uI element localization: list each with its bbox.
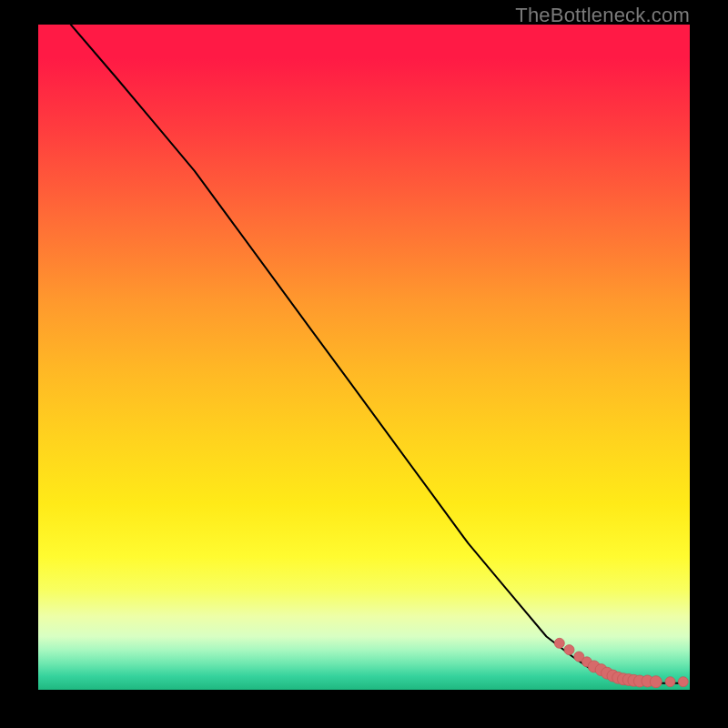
plot-area bbox=[38, 25, 690, 690]
bottom-cluster-markers bbox=[554, 638, 688, 687]
chart-frame: TheBottleneck.com bbox=[0, 0, 728, 728]
watermark-text: TheBottleneck.com bbox=[515, 4, 690, 27]
bottleneck-curve bbox=[71, 25, 683, 683]
chart-svg bbox=[38, 25, 690, 690]
marker-dot bbox=[665, 677, 675, 687]
marker-dot bbox=[678, 677, 688, 687]
marker-dot bbox=[650, 676, 662, 688]
marker-dot bbox=[564, 645, 574, 655]
marker-dot bbox=[554, 638, 564, 648]
